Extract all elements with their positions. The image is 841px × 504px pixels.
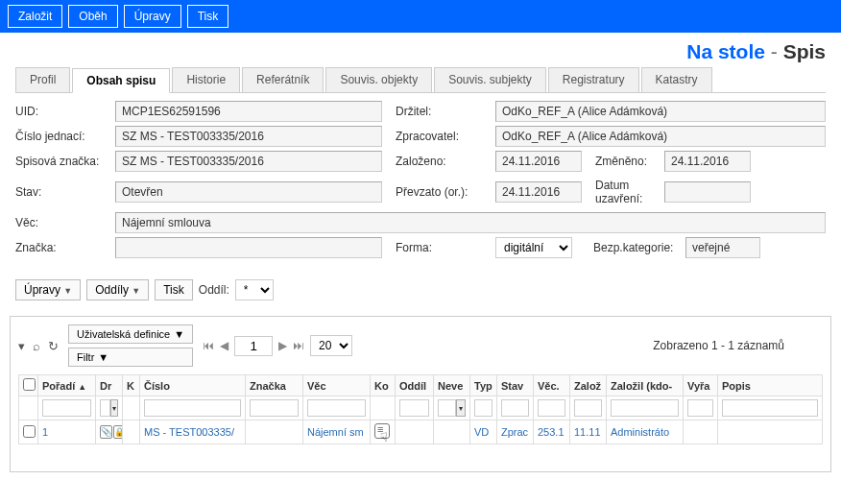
filter-stav[interactable] xyxy=(501,399,529,417)
pager-next-icon[interactable]: ▶ xyxy=(278,339,287,352)
filter-vec[interactable] xyxy=(307,399,366,417)
attach-icon[interactable]: 📎 xyxy=(100,425,112,439)
field-drzitel[interactable]: OdKo_REF_A (Alice Adámková) xyxy=(495,101,826,122)
pager-last-icon[interactable]: ⏭ xyxy=(293,339,304,352)
hdr-ko[interactable]: Ko xyxy=(371,375,396,396)
hdr-vecc[interactable]: Věc. xyxy=(534,375,570,396)
field-bezp[interactable]: veřejné xyxy=(685,237,760,258)
label-stav: Stav: xyxy=(15,182,111,202)
link-vec[interactable]: Nájemní sm xyxy=(307,426,364,438)
cell-oddil xyxy=(396,420,434,444)
table-toolbar: ▾ ⌕ ↻ Uživatelská definice ▼ Filtr ▼ ⏮ ◀… xyxy=(18,324,823,367)
filter-neve-dd[interactable]: ▾ xyxy=(456,399,466,417)
hdr-poradi[interactable]: Pořadí ▲ xyxy=(38,375,96,396)
select-forma[interactable]: digitální xyxy=(495,237,572,258)
link-vecc[interactable]: 253.1 xyxy=(538,426,565,438)
select-oddil[interactable]: * xyxy=(235,279,274,300)
hdr-zaloz[interactable]: Založ xyxy=(570,375,607,396)
link-poradi[interactable]: 1 xyxy=(42,426,48,438)
tab-registratury[interactable]: Registratury xyxy=(548,67,639,92)
field-prevzato[interactable]: 24.11.2016 xyxy=(495,181,582,203)
filter-vyraz[interactable] xyxy=(687,399,713,417)
filter-popis[interactable] xyxy=(722,399,818,417)
field-cj[interactable]: SZ MS - TEST003335/2016 xyxy=(115,126,382,147)
filter-zaloz[interactable] xyxy=(574,399,602,417)
bc-cur: Spis xyxy=(783,40,826,62)
filter-poradi[interactable] xyxy=(42,399,91,417)
label-znacka: Značka: xyxy=(15,238,111,257)
hdr-neve[interactable]: Neve xyxy=(434,375,470,396)
tab-historie[interactable]: Historie xyxy=(172,67,240,92)
field-uzavreni[interactable] xyxy=(664,181,751,203)
hdr-stav[interactable]: Stav xyxy=(497,375,534,396)
field-znacka[interactable] xyxy=(115,237,382,258)
field-stav[interactable]: Otevřen xyxy=(115,181,382,203)
refresh-icon[interactable]: ↻ xyxy=(48,339,59,353)
lock-icon[interactable]: 🔒 xyxy=(113,425,123,439)
table-row[interactable]: 1 📎🔒 MS - TEST003335/ Nájemní sm ☟ Komen… xyxy=(19,420,823,444)
hdr-vec[interactable]: Věc xyxy=(303,375,371,396)
field-uid[interactable]: MCP1ES62591596 xyxy=(115,101,382,122)
hdr-dr[interactable]: Dr xyxy=(96,375,123,396)
btn-upravy[interactable]: Úpravy xyxy=(124,5,181,28)
field-zalozeno[interactable]: 24.11.2016 xyxy=(495,151,582,172)
hdr-typ[interactable]: Typ xyxy=(470,375,497,396)
chevron-down-icon: ▼ xyxy=(63,286,72,296)
btn-obeh[interactable]: Oběh xyxy=(68,5,117,28)
link-typ[interactable]: VD xyxy=(474,426,489,438)
pager-first-icon[interactable]: ⏮ xyxy=(203,339,214,352)
toolbar-oddily[interactable]: Oddíly ▼ xyxy=(86,279,149,300)
label-uid: UID: xyxy=(15,102,111,121)
filter-vecc[interactable] xyxy=(538,399,565,417)
link-cislo[interactable]: MS - TEST003335/ xyxy=(144,426,234,438)
link-zalozil[interactable]: Administráto xyxy=(611,426,669,438)
comment-icon[interactable] xyxy=(374,423,390,439)
row-checkbox[interactable] xyxy=(19,420,38,444)
btn-filtr[interactable]: Filtr ▼ xyxy=(68,348,193,367)
btn-user-definice[interactable]: Uživatelská definice ▼ xyxy=(68,324,193,344)
filter-oddil[interactable] xyxy=(399,399,429,417)
label-sz: Spisová značka: xyxy=(15,152,111,171)
cell-ko: ☟ Komentáře xyxy=(371,420,396,444)
hdr-checkbox[interactable] xyxy=(19,375,38,396)
toolbar-upravy[interactable]: Úpravy ▼ xyxy=(15,279,81,300)
form: UID: MCP1ES62591596 Držitel: OdKo_REF_A … xyxy=(0,93,841,270)
filter-dr-dd[interactable]: ▾ xyxy=(110,399,118,417)
pager-size-select[interactable]: 20 xyxy=(310,335,352,356)
filter-dr[interactable] xyxy=(100,399,110,417)
link-stav[interactable]: Zprac xyxy=(501,426,528,438)
collapse-icon[interactable]: ▾ xyxy=(18,339,25,353)
pager-page-input[interactable] xyxy=(234,336,273,356)
tab-profil[interactable]: Profil xyxy=(15,67,70,92)
hdr-vyraz[interactable]: Vyřa xyxy=(684,375,718,396)
tab-referatnik[interactable]: Referátník xyxy=(242,67,324,92)
pager-prev-icon[interactable]: ◀ xyxy=(220,339,228,352)
tab-katastry[interactable]: Katastry xyxy=(641,67,712,92)
hdr-cislo[interactable]: Číslo xyxy=(140,375,246,396)
search-icon[interactable]: ⌕ xyxy=(33,339,40,353)
filter-neve[interactable] xyxy=(438,399,456,417)
field-sz[interactable]: SZ MS - TEST003335/2016 xyxy=(115,151,382,172)
btn-tisk[interactable]: Tisk xyxy=(187,5,229,28)
filter-typ[interactable] xyxy=(474,399,493,417)
tab-souvis-objekty[interactable]: Souvis. objekty xyxy=(325,67,432,92)
link-zaloz[interactable]: 11.11 xyxy=(574,426,601,438)
filter-cislo[interactable] xyxy=(144,399,241,417)
hdr-zalozil[interactable]: Založil (kdo- xyxy=(607,375,684,396)
field-zmeneno[interactable]: 24.11.2016 xyxy=(664,151,751,172)
filter-zalozil[interactable] xyxy=(611,399,679,417)
chevron-down-icon: ▼ xyxy=(174,328,184,340)
field-zpracovatel[interactable]: OdKo_REF_A (Alice Adámková) xyxy=(495,126,826,147)
cell-neve xyxy=(434,420,470,444)
tab-souvis-subjekty[interactable]: Souvis. subjekty xyxy=(434,67,546,92)
btn-zalozit[interactable]: Založit xyxy=(8,5,62,28)
hdr-k[interactable]: K xyxy=(123,375,140,396)
field-vec[interactable]: Nájemní smlouva xyxy=(115,212,826,233)
tab-obsah-spisu[interactable]: Obsah spisu xyxy=(72,68,170,93)
toolbar-tisk[interactable]: Tisk xyxy=(155,279,193,300)
hdr-oddil[interactable]: Oddíl xyxy=(396,375,434,396)
cell-stav: Zprac xyxy=(497,420,534,444)
hdr-popis[interactable]: Popis xyxy=(718,375,823,396)
filter-znacka[interactable] xyxy=(250,399,299,417)
hdr-znacka[interactable]: Značka xyxy=(246,375,303,396)
